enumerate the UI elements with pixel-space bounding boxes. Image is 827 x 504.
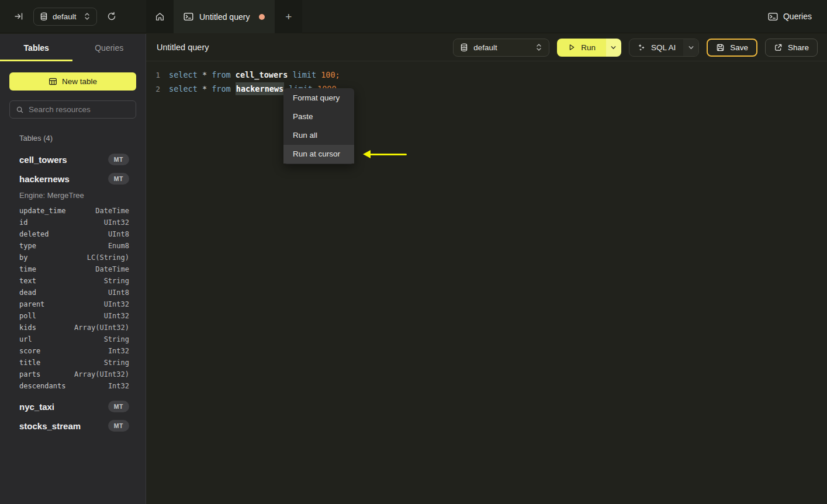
column-name: poll xyxy=(19,312,36,320)
home-button[interactable] xyxy=(146,0,174,33)
column-row: deletedUInt8 xyxy=(19,228,129,240)
share-label: Share xyxy=(788,43,809,52)
column-type: UInt8 xyxy=(108,289,129,297)
column-name: by xyxy=(19,253,27,262)
column-row: byLC(String) xyxy=(19,252,129,263)
code-line[interactable]: 1select * from cell_towers limit 100; xyxy=(146,68,827,82)
topbar-database-selector[interactable]: default xyxy=(33,8,97,26)
column-type: String xyxy=(104,277,129,285)
column-name: text xyxy=(19,277,36,285)
column-row: pollUInt32 xyxy=(19,310,129,322)
sidebar-tab-queries[interactable]: Queries xyxy=(73,34,146,61)
column-type: Int32 xyxy=(108,347,129,355)
menu-item-run-at-cursor[interactable]: Run at cursor xyxy=(283,145,354,164)
column-name: update_time xyxy=(19,207,65,215)
query-toolbar: Untitled query default xyxy=(146,34,827,61)
active-tab-underline xyxy=(0,60,72,61)
table-item[interactable]: hackernewsMT xyxy=(19,172,129,186)
column-name: parts xyxy=(19,370,40,378)
sql-ai-label: SQL AI xyxy=(651,43,676,52)
share-button[interactable]: Share xyxy=(765,39,818,57)
sidebar-tabs: Tables Queries xyxy=(0,34,146,61)
table-name: hackernews xyxy=(19,174,70,184)
column-row: partsArray(UInt32) xyxy=(19,369,129,380)
tables-list: Tables (4) cell_towersMThackernewsMTEngi… xyxy=(9,134,136,433)
sparkle-icon xyxy=(637,43,646,52)
column-type: UInt32 xyxy=(104,312,129,320)
column-name: deleted xyxy=(19,230,49,238)
query-title: Untitled query xyxy=(157,43,209,52)
tab-untitled-query[interactable]: Untitled query xyxy=(174,0,275,33)
code-line[interactable]: 2select * from hackernews limit 1000 xyxy=(146,82,827,96)
column-type: DateTime xyxy=(95,265,129,273)
sidebar-tab-tables[interactable]: Tables xyxy=(0,34,73,61)
save-button[interactable]: Save xyxy=(707,39,757,57)
search-box[interactable] xyxy=(9,100,136,119)
engine-label: Engine: MergeTree xyxy=(19,191,129,200)
column-row: textString xyxy=(19,275,129,287)
toolbar-database-value: default xyxy=(473,43,497,52)
menu-item-format-query[interactable]: Format query xyxy=(283,89,354,107)
column-row: parentUInt32 xyxy=(19,298,129,310)
table-grid-icon xyxy=(49,77,57,86)
column-row: scoreInt32 xyxy=(19,345,129,357)
terminal-icon xyxy=(184,12,193,21)
table-item[interactable]: cell_towersMT xyxy=(19,152,129,166)
column-type: DateTime xyxy=(95,207,129,215)
unsaved-dot xyxy=(259,14,265,20)
arrow-to-bar-icon xyxy=(14,12,23,21)
chevron-down-icon xyxy=(688,44,694,51)
home-icon xyxy=(155,12,165,22)
sql-ai-split-button: SQL AI xyxy=(629,39,699,57)
editor-context-menu: Format queryPasteRun allRun at cursor xyxy=(283,88,354,164)
column-row: typeEnum8 xyxy=(19,240,129,252)
engine-badge: MT xyxy=(108,154,129,165)
menu-item-run-all[interactable]: Run all xyxy=(283,126,354,145)
chevron-down-icon xyxy=(610,44,617,51)
run-options-button[interactable] xyxy=(606,39,621,57)
column-row: urlString xyxy=(19,333,129,345)
refresh-button[interactable] xyxy=(107,12,116,21)
menu-item-paste[interactable]: Paste xyxy=(283,107,354,126)
queries-button[interactable]: Queries xyxy=(768,12,812,21)
database-icon xyxy=(460,43,468,52)
run-button[interactable]: Run xyxy=(557,39,606,57)
new-tab-button[interactable]: + xyxy=(275,0,302,33)
column-name: url xyxy=(19,335,32,343)
chevron-updown-icon xyxy=(535,43,542,51)
engine-badge: MT xyxy=(108,173,129,185)
share-external-icon xyxy=(774,43,783,52)
table-name: stocks_stream xyxy=(19,421,81,431)
tab-strip: Untitled query + xyxy=(146,0,302,33)
sql-ai-options-button[interactable] xyxy=(683,39,698,56)
search-icon xyxy=(16,106,24,114)
annotation-arrow xyxy=(363,150,407,158)
new-table-button[interactable]: New table xyxy=(9,72,136,91)
search-input[interactable] xyxy=(29,105,130,114)
plus-icon: + xyxy=(285,11,292,22)
sql-ai-button[interactable]: SQL AI xyxy=(629,39,683,56)
column-type: UInt32 xyxy=(104,218,129,227)
table-item[interactable]: stocks_streamMT xyxy=(19,419,129,433)
column-name: score xyxy=(19,347,40,355)
table-item[interactable]: nyc_taxiMT xyxy=(19,399,129,413)
column-type: String xyxy=(104,359,129,367)
top-bar-left: default xyxy=(0,0,146,33)
arrow-head-icon xyxy=(363,150,371,158)
column-row: deadUInt8 xyxy=(19,287,129,298)
column-row: idUInt32 xyxy=(19,217,129,228)
column-name: dead xyxy=(19,289,36,297)
new-table-label: New table xyxy=(62,77,97,86)
column-row: titleString xyxy=(19,357,129,369)
engine-badge: MT xyxy=(108,401,129,412)
refresh-icon xyxy=(107,12,116,21)
arrow-line xyxy=(368,154,407,155)
column-row: descendantsInt32 xyxy=(19,380,129,392)
chevron-updown-icon xyxy=(84,12,91,20)
collapse-sidebar-button[interactable] xyxy=(14,12,23,21)
column-name: parent xyxy=(19,300,44,308)
toolbar-database-selector[interactable]: default xyxy=(453,39,549,57)
toolbar-controls: default Run xyxy=(453,39,818,57)
sql-editor[interactable]: 1select * from cell_towers limit 100;2se… xyxy=(146,61,827,96)
column-type: String xyxy=(104,335,129,343)
